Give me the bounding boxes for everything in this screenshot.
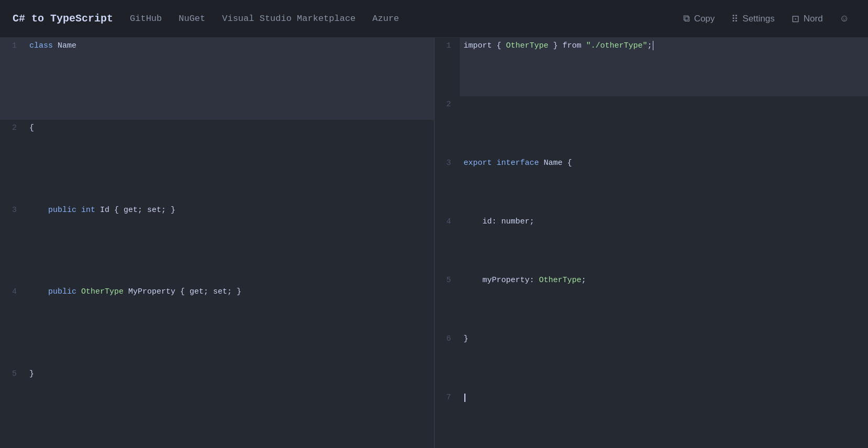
table-row: 5 } [0,366,434,448]
code-text: MyProperty { get; set; } [128,287,241,296]
line-content [460,96,869,155]
keyword-span: export [464,159,492,167]
navbar: C# to TypeScript GitHub NuGet Visual Stu… [0,0,868,38]
left-code-lines: 1 class Name 2 { 3 public int Id { get; … [0,38,434,448]
left-code-area[interactable]: 1 class Name 2 { 3 public int Id { get; … [0,38,434,448]
line-content: export interface Name { [460,155,869,214]
nord-icon: ⊡ [792,13,799,25]
keyword-span: public [48,287,76,296]
line-content [460,389,869,448]
keyword-span: public [48,206,76,215]
nord-label: Nord [804,14,823,24]
main-content: 1 class Name 2 { 3 public int Id { get; … [0,38,868,448]
app-title: C# to TypeScript [13,13,113,25]
right-code-lines: 1 import { OtherType } from "./otherType… [435,38,869,448]
table-row: 6 } [435,331,869,389]
type-span: OtherType [506,41,549,50]
line-content: { [25,120,434,202]
line-content: } [25,366,434,448]
nav-link-github[interactable]: GitHub [130,14,162,24]
brace-span: } [29,369,34,378]
brace-span: { [29,124,34,132]
table-row: 3 export interface Name { [435,155,869,214]
line-number: 1 [0,38,25,120]
nav-link-marketplace[interactable]: Visual Studio Marketplace [222,14,355,24]
right-panel[interactable]: 1 import { OtherType } from "./otherType… [435,38,869,448]
code-text: { [563,159,572,167]
line-content: myProperty: OtherType; [460,272,869,331]
right-code-area[interactable]: 1 import { OtherType } from "./otherType… [435,38,869,448]
line-number: 2 [435,96,460,155]
code-text: import { [464,41,506,50]
cursor-bar [464,394,465,402]
keyword-span: int [81,206,95,215]
nav-link-azure[interactable]: Azure [372,14,399,24]
copy-label: Copy [694,14,715,24]
line-number: 3 [0,202,25,284]
string-span: "./otherType" [586,41,648,50]
copy-button[interactable]: ⧉ Copy [677,9,721,28]
line-number: 7 [435,389,460,448]
line-number: 5 [0,366,25,448]
type-span: OtherType [539,276,582,285]
line-content: } [460,331,869,389]
line-number: 3 [435,155,460,214]
code-text: } from [549,41,586,50]
line-number: 5 [435,272,460,331]
user-icon-button[interactable]: ☺ [833,9,855,28]
navbar-left: C# to TypeScript GitHub NuGet Visual Stu… [13,13,677,25]
code-text: ; [582,276,586,285]
copy-icon: ⧉ [683,13,690,24]
left-panel[interactable]: 1 class Name 2 { 3 public int Id { get; … [0,38,435,448]
settings-button[interactable]: ⠿ Settings [725,9,781,29]
line-content: public OtherType MyProperty { get; set; … [25,284,434,366]
line-content: import { OtherType } from "./otherType"; [460,38,869,96]
code-text: ; [648,41,652,50]
type-name-span: Name [58,41,76,50]
line-number: 6 [435,331,460,389]
line-content: id: number; [460,214,869,272]
code-text: myProperty: [483,276,539,285]
nord-button[interactable]: ⊡ Nord [785,9,829,29]
line-number: 2 [0,120,25,202]
table-row: 4 public OtherType MyProperty { get; set… [0,284,434,366]
table-row: 4 id: number; [435,214,869,272]
user-icon: ☺ [840,13,849,24]
line-number: 1 [435,38,460,96]
keyword-span: class [29,41,53,50]
table-row: 1 import { OtherType } from "./otherType… [435,38,869,96]
settings-label: Settings [742,14,774,24]
code-text: id: number; [483,217,535,226]
line-number: 4 [435,214,460,272]
table-row: 5 myProperty: OtherType; [435,272,869,331]
navbar-right: ⧉ Copy ⠿ Settings ⊡ Nord ☺ [677,9,855,29]
nav-link-nuget[interactable]: NuGet [179,14,205,24]
keyword-span: interface [497,159,539,167]
code-text: Id { get; set; } [100,206,175,215]
settings-icon: ⠿ [731,13,738,25]
line-number: 4 [0,284,25,366]
type-name-span: Name [544,159,563,167]
table-row: 3 public int Id { get; set; } [0,202,434,284]
text-cursor [653,41,653,50]
table-row: 1 class Name [0,38,434,120]
line-content: class Name [25,38,434,120]
type-span: OtherType [81,287,124,296]
table-row: 2 [435,96,869,155]
table-row: 7 [435,389,869,448]
code-text: } [464,334,469,343]
line-content: public int Id { get; set; } [25,202,434,284]
table-row: 2 { [0,120,434,202]
